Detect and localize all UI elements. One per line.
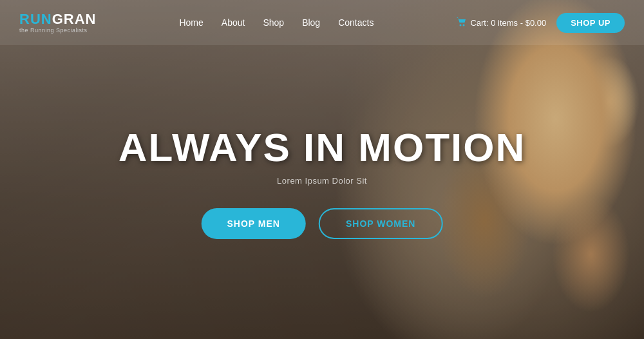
nav-about[interactable]: About bbox=[222, 17, 245, 28]
logo-run: RUN bbox=[19, 11, 52, 27]
logo[interactable]: RUNGRAN the Running Specialists bbox=[19, 12, 96, 34]
shop-women-button[interactable]: SHOP WOMEN bbox=[319, 208, 443, 239]
shop-up-button[interactable]: SHOP UP bbox=[556, 13, 625, 33]
shop-men-button[interactable]: SHOP MEN bbox=[202, 208, 306, 239]
nav-home[interactable]: Home bbox=[179, 17, 203, 28]
svg-point-1 bbox=[463, 24, 465, 26]
logo-subtitle: the Running Specialists bbox=[19, 28, 96, 34]
nav-contacts[interactable]: Contacts bbox=[338, 17, 374, 28]
nav-blog[interactable]: Blog bbox=[302, 17, 320, 28]
nav-shop[interactable]: Shop bbox=[263, 17, 284, 28]
svg-point-0 bbox=[460, 24, 462, 26]
navbar: RUNGRAN the Running Specialists Home Abo… bbox=[0, 0, 644, 45]
cart-label: Cart: 0 items - $0.00 bbox=[470, 18, 546, 28]
cart-icon bbox=[457, 17, 467, 28]
nav-links: Home About Shop Blog Contacts bbox=[179, 17, 374, 28]
logo-gran: GRAN bbox=[52, 11, 97, 27]
hero-title: ALWAYS IN MOTION bbox=[118, 126, 526, 170]
hero-section: RUNGRAN the Running Specialists Home Abo… bbox=[0, 0, 644, 339]
hero-subtitle: Lorem Ipsum Dolor Sit bbox=[118, 176, 526, 186]
hero-content: ALWAYS IN MOTION Lorem Ipsum Dolor Sit S… bbox=[118, 126, 526, 239]
nav-right: Cart: 0 items - $0.00 SHOP UP bbox=[457, 13, 625, 33]
cart-info[interactable]: Cart: 0 items - $0.00 bbox=[457, 17, 546, 28]
hero-buttons: SHOP MEN SHOP WOMEN bbox=[118, 208, 526, 239]
